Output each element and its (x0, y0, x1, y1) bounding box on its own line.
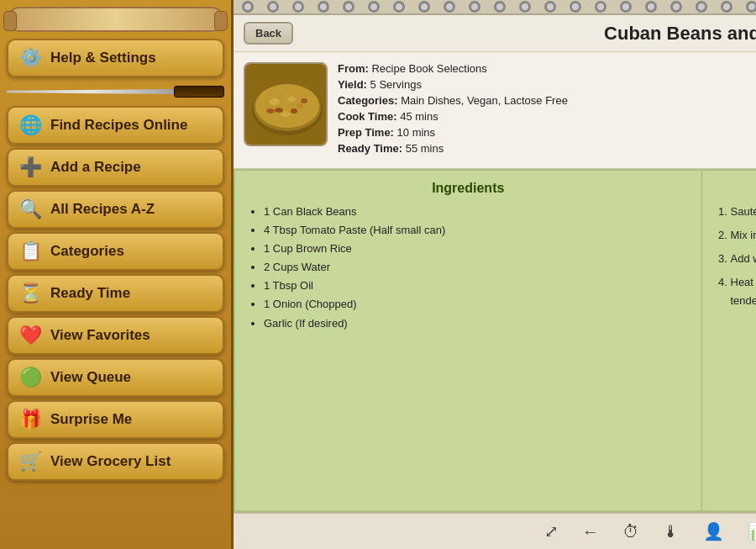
recipe-body: Ingredients 1 Can Black Beans4 Tbsp Toma… (234, 169, 756, 512)
directions-column: Directions Sauté garlic and onion in oil… (702, 171, 757, 510)
spiral-ring (721, 1, 732, 13)
spiral-ring (444, 1, 455, 13)
sidebar-item-ready-time[interactable]: ⏳ Ready Time (7, 274, 224, 313)
hourglass-icon: ⏳ (18, 282, 42, 304)
sidebar-item-label: All Recipes A-Z (50, 201, 155, 218)
recipe-header: Back Cuban Beans and Rice Edit (234, 15, 756, 52)
ingredients-header: Ingredients (249, 181, 688, 196)
recipe-yield: Yield: 5 Servings (338, 78, 756, 91)
svg-point-9 (266, 108, 275, 113)
spiral-ring (696, 1, 707, 13)
ingredient-item: 1 Tbsp Oil (264, 277, 688, 295)
recipe-title: Cuban Beans and Rice (293, 23, 756, 45)
spiral-binding (234, 0, 756, 15)
sidebar-item-label: View Grocery List (50, 453, 171, 470)
recipe-ready-time: Ready Time: 55 mins (338, 142, 756, 155)
svg-point-4 (270, 98, 280, 105)
sidebar-item-label: Help & Settings (50, 50, 156, 66)
spiral-ring (570, 1, 581, 13)
sidebar-item-help-settings[interactable]: ⚙️ Help & Settings (7, 39, 224, 77)
svg-point-3 (255, 84, 319, 128)
ingredient-item: 1 Can Black Beans (264, 203, 688, 221)
svg-point-13 (278, 94, 283, 98)
sidebar-item-label: Add a Recipe (50, 159, 141, 176)
spiral-ring (469, 1, 480, 13)
recipe-metadata: From: Recipe Book Selections Yield: 5 Se… (338, 62, 756, 158)
sidebar-item-all-recipes[interactable]: 🔍 All Recipes A-Z (7, 190, 224, 229)
svg-point-8 (291, 108, 297, 113)
spiral-ring (519, 1, 531, 13)
main-content: Back Cuban Beans and Rice Edit (234, 0, 756, 549)
sidebar-item-label: View Queue (50, 369, 131, 386)
recipe-cook-time: Cook Time: 45 mins (338, 110, 756, 123)
back-arrow-icon[interactable]: ← (582, 522, 599, 541)
direction-step: Add water and stir well. (731, 250, 757, 268)
ingredients-column: Ingredients 1 Can Black Beans4 Tbsp Toma… (235, 171, 702, 510)
expand-icon[interactable]: ⤢ (544, 521, 559, 541)
sidebar-item-label: Categories (50, 243, 124, 260)
timer-icon[interactable]: ⏱ (622, 522, 639, 541)
spiral-ring (645, 1, 657, 13)
rolling-pin-decoration (7, 7, 224, 32)
sidebar-item-find-recipes[interactable]: 🌐 Find Recipes Online (7, 106, 224, 145)
svg-point-7 (275, 108, 283, 113)
heart-icon: ❤️ (18, 325, 42, 346)
categories-icon: 📋 (18, 240, 42, 262)
directions-list: Sauté garlic and onion in oil.Mix in bea… (716, 203, 757, 310)
spiral-ring (318, 1, 329, 13)
spiral-ring (544, 1, 556, 13)
globe-icon: 🌐 (18, 114, 42, 136)
sidebar-item-categories[interactable]: 📋 Categories (7, 232, 224, 271)
spiral-ring (368, 1, 380, 13)
recipe-prep-time: Prep Time: 10 mins (338, 126, 756, 139)
recipe-image (244, 62, 328, 146)
ingredients-list: 1 Can Black Beans4 Tbsp Tomato Paste (Ha… (249, 203, 688, 333)
ingredient-item: 1 Cup Brown Rice (264, 240, 688, 258)
sidebar-item-label: Ready Time (50, 285, 130, 302)
direction-step: Sauté garlic and onion in oil. (731, 203, 757, 221)
svg-point-11 (281, 112, 291, 117)
spiral-ring (670, 1, 682, 13)
direction-step: Mix in beans (with juice) and rice. (731, 226, 757, 245)
spiral-ring (267, 1, 279, 13)
footer-toolbar: ⤢ ← ⏱ 🌡 👤 📊 🍴 AA (234, 512, 756, 549)
spiral-ring (494, 1, 506, 13)
sidebar-item-view-favorites[interactable]: ❤️ View Favorites (7, 316, 224, 355)
recipe-from: From: Recipe Book Selections (338, 62, 756, 75)
ingredient-item: 2 Cups Water (264, 258, 688, 277)
spiral-ring (242, 1, 254, 13)
spiral-ring (746, 1, 756, 13)
thermometer-icon[interactable]: 🌡 (663, 522, 680, 541)
cart-icon: 🛒 (18, 451, 42, 472)
spiral-ring (393, 1, 405, 13)
spiral-ring (620, 1, 632, 13)
ingredient-item: Garlic (If desired) (264, 314, 688, 333)
recipe-categories: Categories: Main Dishes, Vegan, Lactose … (338, 94, 756, 107)
spiral-ring (292, 1, 304, 13)
chart-icon[interactable]: 📊 (748, 521, 756, 541)
plus-icon: ➕ (18, 156, 42, 178)
sidebar: ⚙️ Help & Settings 🌐 Find Recipes Online… (0, 0, 234, 549)
sidebar-item-view-grocery[interactable]: 🛒 View Grocery List (7, 442, 224, 481)
search-icon: 🔍 (18, 198, 42, 220)
recipe-info-area: From: Recipe Book Selections Yield: 5 Se… (234, 52, 756, 169)
spiral-ring (418, 1, 430, 13)
ingredient-item: 1 Onion (Chopped) (264, 295, 688, 314)
person-icon[interactable]: 👤 (703, 521, 724, 541)
sidebar-item-surprise-me[interactable]: 🎁 Surprise Me (7, 400, 224, 439)
sidebar-item-add-recipe[interactable]: ➕ Add a Recipe (7, 148, 224, 187)
back-button[interactable]: Back (244, 22, 293, 45)
svg-point-10 (301, 98, 307, 103)
sidebar-item-label: View Favorites (50, 327, 150, 344)
knife-decoration (7, 82, 224, 101)
spiral-ring (595, 1, 606, 13)
sidebar-item-label: Find Recipes Online (50, 117, 187, 134)
gift-icon: 🎁 (18, 409, 42, 430)
spiral-ring (343, 1, 354, 13)
svg-point-6 (297, 103, 303, 108)
svg-point-5 (287, 97, 296, 102)
svg-point-12 (295, 94, 300, 98)
sidebar-item-view-queue[interactable]: 🟢 View Queue (7, 358, 224, 397)
sidebar-item-label: Surprise Me (50, 411, 132, 428)
ingredient-item: 4 Tbsp Tomato Paste (Half small can) (264, 221, 688, 240)
